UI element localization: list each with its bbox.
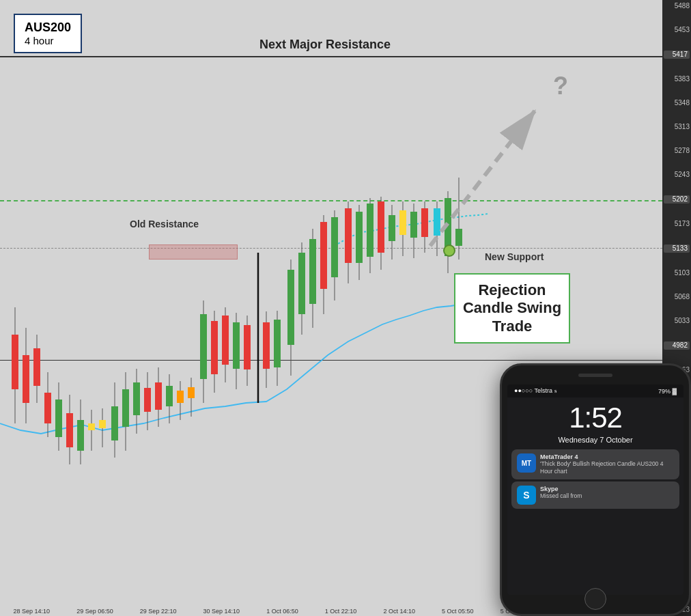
price-5488: 5488 [664, 3, 690, 10]
svg-rect-64 [356, 212, 363, 263]
phone-time: 1:52 [507, 397, 683, 436]
price-5453: 5453 [664, 27, 690, 33]
price-5313: 5313 [664, 124, 690, 130]
candle-group-5 [345, 197, 428, 283]
candle-group-2 [111, 367, 195, 458]
svg-rect-3 [12, 335, 18, 389]
svg-rect-82 [455, 229, 462, 246]
price-5348: 5348 [664, 100, 690, 107]
price-4982: 4982 [664, 341, 690, 350]
svg-rect-70 [389, 215, 395, 241]
x-label-0: 28 Sep 14:10 [14, 608, 51, 615]
candle-group-6 [434, 178, 462, 273]
metatrader-notification-content: MetaTrader 4 'Thick Body' Bullish Reject… [540, 453, 674, 475]
notification-skype: S Skype Missed call from [511, 481, 679, 509]
svg-rect-31 [166, 386, 173, 406]
svg-rect-29 [155, 382, 162, 410]
svg-rect-50 [274, 320, 281, 367]
skype-notification-text: Missed call from [540, 492, 674, 500]
chart-symbol: AUS200 [25, 20, 71, 35]
candle-group-3 [200, 253, 281, 403]
x-label-4: 1 Oct 06:50 [266, 608, 298, 615]
svg-rect-62 [345, 208, 352, 263]
phone-status-bar: ●●○○○ Telstra ᵴ 79% ▓ [507, 384, 683, 397]
x-label-7: 5 Oct 05:50 [442, 608, 474, 615]
candle-group-4 [287, 210, 338, 376]
question-mark: ? [553, 72, 568, 100]
svg-rect-56 [309, 239, 316, 304]
old-resistance-label: Old Resistance [130, 219, 199, 229]
skype-icon: S [517, 486, 536, 505]
metatrader-app-name: MetaTrader 4 [540, 453, 674, 460]
svg-rect-48 [263, 322, 270, 369]
svg-rect-54 [298, 253, 305, 314]
svg-rect-58 [320, 222, 327, 289]
price-5068: 5068 [664, 294, 690, 300]
svg-rect-52 [287, 270, 294, 345]
svg-rect-72 [399, 210, 406, 235]
phone-carrier: ●●○○○ Telstra ᵴ [514, 387, 557, 395]
chart-title-box: AUS200 4 hour [14, 14, 82, 53]
svg-rect-33 [177, 391, 184, 403]
phone-date: Wednesday 7 October [507, 436, 683, 444]
x-label-3: 30 Sep 14:10 [203, 608, 240, 615]
rejection-label-text: Rejection Candle Swing Trade [462, 281, 562, 335]
metatrader-icon: MT [517, 453, 536, 473]
svg-rect-37 [200, 314, 207, 379]
price-5173: 5173 [664, 221, 690, 227]
svg-rect-68 [378, 201, 384, 253]
svg-rect-78 [434, 208, 440, 236]
svg-rect-66 [367, 204, 373, 257]
svg-rect-7 [33, 348, 40, 386]
x-label-2: 29 Sep 22:10 [140, 608, 177, 615]
svg-rect-17 [88, 423, 95, 430]
price-5417: 5417 [664, 51, 690, 59]
metatrader-notification-text: 'Thick Body' Bullish Rejection Candle AU… [540, 460, 674, 475]
svg-rect-60 [331, 217, 338, 277]
x-label-6: 2 Oct 14:10 [383, 608, 415, 615]
svg-rect-19 [99, 420, 106, 428]
svg-rect-35 [188, 387, 195, 398]
price-5103: 5103 [664, 270, 690, 277]
price-5278: 5278 [664, 148, 690, 154]
svg-rect-5 [23, 355, 29, 403]
price-5243: 5243 [664, 171, 690, 178]
notification-metatrader: MT MetaTrader 4 'Thick Body' Bullish Rej… [511, 449, 679, 479]
phone-overlay: ●●○○○ Telstra ᵴ 79% ▓ 1:52 Wednesday 7 O… [500, 363, 691, 616]
svg-rect-25 [133, 382, 140, 415]
resistance-label: Next Major Resistance [259, 38, 391, 52]
entry-dot [443, 244, 455, 257]
candle-group-1 [12, 307, 106, 464]
svg-rect-23 [122, 389, 129, 427]
phone-body: ●●○○○ Telstra ᵴ 79% ▓ 1:52 Wednesday 7 O… [500, 363, 691, 616]
svg-rect-27 [144, 388, 151, 412]
x-label-5: 1 Oct 22:10 [325, 608, 357, 615]
skype-notification-content: Skype Missed call from [540, 486, 674, 500]
svg-rect-21 [111, 406, 118, 440]
phone-screen: ●●○○○ Telstra ᵴ 79% ▓ 1:52 Wednesday 7 O… [507, 384, 683, 595]
svg-rect-43 [233, 322, 240, 369]
price-5202: 5202 [664, 195, 690, 204]
svg-rect-13 [66, 413, 73, 447]
price-5383: 5383 [664, 76, 690, 83]
svg-rect-76 [421, 208, 428, 237]
phone-battery: 79% ▓ [658, 388, 677, 395]
price-5033: 5033 [664, 318, 690, 324]
skype-app-name: Skype [540, 486, 674, 492]
svg-rect-9 [44, 393, 51, 423]
chart-timeframe: 4 hour [25, 35, 71, 46]
phone-speaker [578, 374, 612, 377]
svg-rect-11 [55, 400, 62, 437]
svg-rect-41 [222, 316, 229, 365]
new-support-label: New Support [485, 251, 544, 262]
rejection-candle-label: Rejection Candle Swing Trade [454, 273, 570, 344]
phone-home-button[interactable] [584, 588, 606, 610]
svg-rect-45 [244, 325, 251, 369]
price-5133: 5133 [664, 244, 690, 253]
svg-rect-15 [77, 420, 84, 451]
x-label-1: 29 Sep 06:50 [76, 608, 113, 615]
svg-rect-74 [410, 212, 417, 238]
svg-rect-39 [211, 321, 218, 374]
